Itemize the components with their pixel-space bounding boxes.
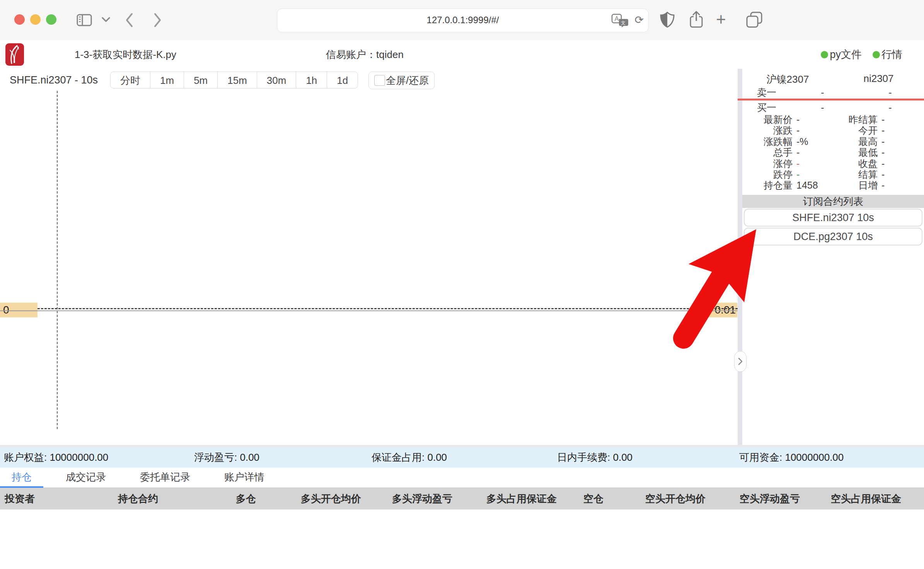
period-button-15m[interactable]: 15m xyxy=(218,72,257,89)
tab-order-records[interactable]: 委托单记录 xyxy=(128,468,202,486)
field-label: 涨跌幅 xyxy=(742,136,793,147)
field-value: - xyxy=(793,125,825,136)
field-value: - xyxy=(878,136,924,147)
close-window-button[interactable] xyxy=(14,14,25,25)
field-value: -% xyxy=(793,136,825,147)
period-button-1d[interactable]: 1d xyxy=(327,72,358,89)
quote-row: 涨跌幅 -% 最高 - xyxy=(742,136,924,147)
col-long-volume: 多仓 xyxy=(233,488,298,509)
ask-volume: - xyxy=(856,87,924,98)
field-label: 收盘 xyxy=(825,158,878,169)
col-investor: 投资者 xyxy=(0,488,115,509)
field-value: - xyxy=(878,147,924,158)
period-button-5m[interactable]: 5m xyxy=(184,72,218,89)
price-axis-left-value: 0 xyxy=(0,304,9,316)
zoom-window-button[interactable] xyxy=(46,14,56,25)
svg-text:文: 文 xyxy=(621,20,626,26)
field-value: - xyxy=(793,147,825,158)
privacy-shield-icon[interactable] xyxy=(660,11,675,29)
quote-fields: 最新价 - 昨结算 - 涨跌 - 今开 - 涨跌幅 -% 最高 - xyxy=(742,114,924,191)
new-tab-icon[interactable]: + xyxy=(716,11,726,28)
chart-symbol-label: SHFE.ni2307 - 10s xyxy=(10,74,98,86)
fullscreen-label: 全屏/还原 xyxy=(386,72,429,89)
period-button-fenshi[interactable]: 分时 xyxy=(110,72,150,89)
field-label: 结算 xyxy=(825,169,878,180)
kline-chart[interactable]: SHFE.ni2307 - 10s 分时 1m 5m 15m 30m 1h 1d… xyxy=(0,69,738,445)
field-label: 昨结算 xyxy=(825,114,878,125)
bid-row: 买一 - - xyxy=(742,102,924,113)
sidebar-toggle-icon[interactable] xyxy=(76,12,93,28)
quote-row: 持仓量 1458 日增 - xyxy=(742,180,924,191)
field-label: 总手 xyxy=(742,147,793,158)
collapse-panel-button[interactable] xyxy=(734,351,747,372)
bid-label: 买一 xyxy=(742,102,789,113)
tab-account-detail[interactable]: 账户详情 xyxy=(213,468,276,486)
period-button-30m[interactable]: 30m xyxy=(257,72,297,89)
bottom-tab-bar: 持仓 成交记录 委托单记录 账户详情 xyxy=(0,468,924,488)
field-value: - xyxy=(878,158,924,169)
field-value: - xyxy=(793,114,825,125)
field-label: 最高 xyxy=(825,136,878,147)
contract-name-cn: 沪镍2307 xyxy=(742,73,833,84)
address-bar[interactable]: 127.0.0.1:9999/#/ A 文 ⟳ xyxy=(277,9,649,32)
contract-code: ni2307 xyxy=(833,73,924,84)
page-title: 1-3-获取实时数据-K.py xyxy=(75,40,176,69)
reload-icon[interactable]: ⟳ xyxy=(635,13,644,27)
intraday-commission: 日内手续费0.00 xyxy=(554,447,739,468)
chevron-down-icon[interactable] xyxy=(101,16,111,23)
subscription-item-dce-pg2307[interactable]: DCE.pg2307 10s xyxy=(744,228,922,245)
account-equity: 账户权益10000000.00 xyxy=(0,447,185,468)
price-axis-left-tag: 0 xyxy=(0,303,38,317)
period-button-1m[interactable]: 1m xyxy=(150,72,184,89)
floating-pnl: 浮动盈亏0.00 xyxy=(185,447,370,468)
quote-panel: 沪镍2307 ni2307 卖一 - - 买一 - - 最新价 - 昨结算 - xyxy=(742,69,924,445)
app-header: 1-3-获取实时数据-K.py 信易账户：tqiden py文件 行情 xyxy=(0,40,924,69)
field-value: - xyxy=(878,125,924,136)
ask-row: 卖一 - - xyxy=(742,87,924,98)
bid-ask-separator xyxy=(738,99,924,101)
panel-divider[interactable] xyxy=(738,69,742,445)
connection-status: py文件 行情 xyxy=(821,40,902,69)
field-label: 涨停 xyxy=(742,158,793,169)
field-label: 最新价 xyxy=(742,114,793,125)
field-label: 持仓量 xyxy=(742,180,793,191)
period-button-1h[interactable]: 1h xyxy=(296,72,327,89)
price-axis-right-value: 0.01 xyxy=(715,304,738,316)
quote-row: 跌停 - 结算 - xyxy=(742,169,924,180)
field-label: 今开 xyxy=(825,125,878,136)
translate-icon[interactable]: A 文 xyxy=(611,14,628,27)
bid-volume: - xyxy=(856,102,924,113)
field-label: 涨跌 xyxy=(742,125,793,136)
positions-table-header: 投资者 持仓合约 多仓 多头开仓均价 多头浮动盈亏 多头占用保证金 空仓 空头开… xyxy=(0,488,924,509)
col-long-open-price: 多头开仓均价 xyxy=(298,488,389,509)
tab-positions[interactable]: 持仓 xyxy=(0,468,43,488)
quote-row: 涨跌 - 今开 - xyxy=(742,125,924,136)
green-dot-icon xyxy=(873,51,880,58)
quote-header: 沪镍2307 ni2307 xyxy=(742,73,924,84)
url-text: 127.0.0.1:9999/#/ xyxy=(277,9,648,31)
field-value: - xyxy=(878,180,924,191)
py-file-status-label: py文件 xyxy=(830,48,862,61)
fullscreen-toggle-button[interactable]: 全屏/还原 xyxy=(368,72,435,89)
quote-status: 行情 xyxy=(873,48,902,61)
minimize-window-button[interactable] xyxy=(30,14,41,25)
tianqin-logo xyxy=(5,43,24,66)
subscription-item-shfe-ni2307[interactable]: SHFE.ni2307 10s xyxy=(744,209,922,227)
field-label: 最低 xyxy=(825,147,878,158)
field-value: - xyxy=(878,114,924,125)
svg-text:A: A xyxy=(615,15,619,22)
margin-used: 保证金占用0.00 xyxy=(370,447,554,468)
tab-overview-icon[interactable] xyxy=(745,11,764,29)
forward-icon[interactable] xyxy=(152,12,163,29)
field-label: 日增 xyxy=(825,180,878,191)
fullscreen-checkbox[interactable] xyxy=(374,75,385,86)
account-summary-bar: 账户权益10000000.00 浮动盈亏0.00 保证金占用0.00 日内手续费… xyxy=(0,447,924,468)
share-icon[interactable] xyxy=(687,10,705,29)
ask-label: 卖一 xyxy=(742,87,789,98)
app-window: 127.0.0.1:9999/#/ A 文 ⟳ xyxy=(0,0,924,569)
tab-trade-records[interactable]: 成交记录 xyxy=(54,468,118,486)
subscription-list-header: 订阅合约列表 xyxy=(742,195,924,208)
quote-status-label: 行情 xyxy=(881,48,902,61)
back-icon[interactable] xyxy=(124,12,135,29)
limit-up-value: - xyxy=(793,158,825,169)
